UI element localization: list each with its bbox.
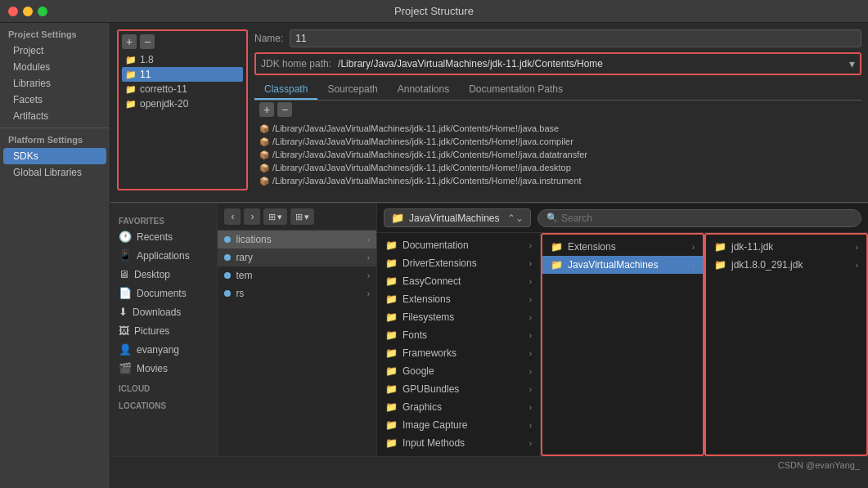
col3-item-jdk11[interactable]: 📁 jdk-11.jdk ›: [706, 238, 866, 256]
col1-item-input-methods[interactable]: 📁 Input Methods ›: [377, 434, 540, 452]
finder-item-downloads[interactable]: ⬇ Downloads: [110, 302, 217, 321]
sdk-tree-item-openjdk[interactable]: 📁 openjdk-20: [122, 96, 243, 111]
tab-annotations[interactable]: Annotations: [388, 80, 459, 100]
sidebar-item-libraries[interactable]: Libraries: [0, 75, 110, 92]
arrow-icon: ›: [529, 259, 532, 268]
sidebar-item-modules[interactable]: Modules: [0, 59, 110, 75]
col1-item-google[interactable]: 📁 Google ›: [377, 362, 540, 380]
file-list-toolbar: ‹ › ⊞ ▾ ⊞ ▾: [218, 204, 376, 231]
bottom-bar-text: CSDN @evanYang_: [778, 460, 860, 470]
col1-item-gpubundles[interactable]: 📁 GPUBundles ›: [377, 380, 540, 398]
col1-item-image-capture[interactable]: 📁 Image Capture ›: [377, 416, 540, 434]
finder-item-applications[interactable]: 📱 Applications: [110, 246, 217, 265]
sdk-name-input[interactable]: [290, 29, 861, 47]
dropdown-chevron-icon: ⌃⌄: [507, 213, 524, 224]
tab-documentation-paths[interactable]: Documentation Paths: [459, 80, 573, 100]
finder-item-pictures[interactable]: 🖼 Pictures: [110, 321, 217, 340]
col2-item-extensions[interactable]: 📁 Extensions ›: [542, 238, 703, 256]
folder-icon: 📁: [551, 241, 563, 253]
folder-item-system[interactable]: tem ›: [218, 266, 376, 284]
folder-item-lications[interactable]: lications ›: [218, 231, 376, 248]
sdk-top: + − 📁 1.8 📁 11 📁 corretto-11: [110, 23, 868, 203]
sdk-tree-item-1.8[interactable]: 📁 1.8: [122, 52, 243, 67]
jar-icon: 📦: [259, 150, 269, 159]
col3-item-jdk18[interactable]: 📁 jdk1.8.0_291.jdk ›: [706, 256, 866, 274]
name-label: Name:: [254, 33, 283, 44]
folder-icon: 📁: [125, 84, 137, 95]
location-folder-icon: 📁: [391, 212, 404, 224]
arrow-icon: ›: [529, 313, 532, 322]
minimize-button[interactable]: [23, 7, 33, 16]
icloud-header: iCloud: [110, 378, 217, 395]
sdk-tabs: Classpath Sourcepath Annotations Documen…: [254, 80, 861, 101]
close-button[interactable]: [8, 7, 18, 16]
sidebar-item-project[interactable]: Project: [0, 43, 110, 59]
finder-item-recents[interactable]: 🕐 Recents: [110, 227, 217, 246]
folder-item-rs[interactable]: rs ›: [218, 284, 376, 302]
left-sidebar: Project Settings Project Modules Librari…: [0, 23, 110, 488]
recents-icon: 🕐: [119, 231, 132, 243]
folder-icon: 📁: [385, 419, 398, 431]
arrow-icon-2: ›: [367, 253, 370, 262]
sidebar-item-global-libraries[interactable]: Global Libraries: [0, 164, 110, 181]
folder-dot-icon-3: [224, 272, 231, 279]
sidebar-item-artifacts[interactable]: Artifacts: [0, 108, 110, 124]
forward-button[interactable]: ›: [244, 208, 260, 225]
finder-item-desktop[interactable]: 🖥 Desktop: [110, 265, 217, 284]
col1-item-graphics[interactable]: 📁 Graphics ›: [377, 398, 540, 416]
location-dropdown[interactable]: 📁 JavaVirtualMachines ⌃⌄: [384, 208, 531, 227]
grid-view-button[interactable]: ⊞ ▾: [290, 208, 314, 225]
browser-col-3: 📁 jdk-11.jdk › 📁 jdk1.8.0_291.jdk ›: [704, 233, 868, 456]
folder-icon: 📁: [385, 240, 398, 251]
col1-item-fonts[interactable]: 📁 Fonts ›: [377, 326, 540, 344]
window-title: Project Structure: [394, 5, 474, 17]
arrow-icon: ›: [529, 439, 532, 448]
search-input[interactable]: [561, 213, 852, 224]
movies-icon: 🎬: [119, 362, 132, 374]
arrow-icon: ›: [692, 243, 695, 252]
sidebar-divider: [0, 128, 110, 128]
sidebar-item-facets[interactable]: Facets: [0, 92, 110, 108]
name-row: Name:: [254, 29, 861, 47]
classpath-item-2[interactable]: 📦 /Library/Java/JavaVirtualMachines/jdk-…: [254, 148, 861, 161]
folder-icon: 📁: [385, 365, 398, 377]
col1-item-extensions[interactable]: 📁 Extensions ›: [377, 290, 540, 308]
col2-item-javavirtualmachines[interactable]: 📁 JavaVirtualMachines ›: [542, 256, 703, 274]
finder-item-user[interactable]: 👤 evanyang: [110, 340, 217, 359]
finder-item-documents[interactable]: 📄 Documents: [110, 284, 217, 302]
column-view-button[interactable]: ⊞ ▾: [263, 208, 287, 225]
maximize-button[interactable]: [38, 7, 47, 16]
applications-icon: 📱: [119, 249, 132, 262]
classpath-item-1[interactable]: 📦 /Library/Java/JavaVirtualMachines/jdk-…: [254, 135, 861, 148]
arrow-icon-3: ›: [367, 271, 370, 280]
classpath-item-3[interactable]: 📦 /Library/Java/JavaVirtualMachines/jdk-…: [254, 161, 861, 174]
arrow-icon: ›: [529, 349, 532, 358]
add-classpath-button[interactable]: +: [259, 102, 274, 117]
back-button[interactable]: ‹: [224, 208, 241, 225]
remove-classpath-button[interactable]: −: [277, 102, 292, 117]
sdk-tree-item-corretto[interactable]: 📁 corretto-11: [122, 82, 243, 96]
col1-item-easyconnect[interactable]: 📁 EasyConnect ›: [377, 272, 540, 290]
classpath-item-0[interactable]: 📦 /Library/Java/JavaVirtualMachines/jdk-…: [254, 122, 861, 135]
folder-icon: 📁: [714, 241, 726, 253]
tab-classpath[interactable]: Classpath: [254, 80, 317, 100]
finder-item-movies[interactable]: 🎬 Movies: [110, 359, 217, 378]
sidebar-item-sdks[interactable]: SDKs: [3, 148, 106, 164]
folder-icon: 📁: [385, 401, 398, 413]
col1-item-documentation[interactable]: 📁 Documentation ›: [377, 236, 540, 254]
sdk-tree-item-11[interactable]: 📁 11: [122, 67, 243, 82]
classpath-item-4[interactable]: 📦 /Library/Java/JavaVirtualMachines/jdk-…: [254, 174, 861, 187]
jdk-browse-button[interactable]: ▾: [849, 57, 855, 70]
arrow-icon: ›: [529, 295, 532, 304]
folder-item-library[interactable]: rary ›: [218, 248, 376, 266]
jar-icon: 📦: [259, 137, 269, 146]
remove-sdk-button[interactable]: −: [140, 34, 155, 49]
search-icon: 🔍: [546, 213, 558, 223]
tab-sourcepath[interactable]: Sourcepath: [317, 80, 387, 100]
col1-item-filesystems[interactable]: 📁 Filesystems ›: [377, 308, 540, 326]
col1-item-driverextensions[interactable]: 📁 DriverExtensions ›: [377, 254, 540, 272]
folder-icon: 📁: [714, 259, 726, 271]
col1-item-frameworks[interactable]: 📁 Frameworks ›: [377, 344, 540, 362]
folder-icon: 📁: [385, 293, 398, 305]
add-sdk-button[interactable]: +: [122, 34, 137, 49]
